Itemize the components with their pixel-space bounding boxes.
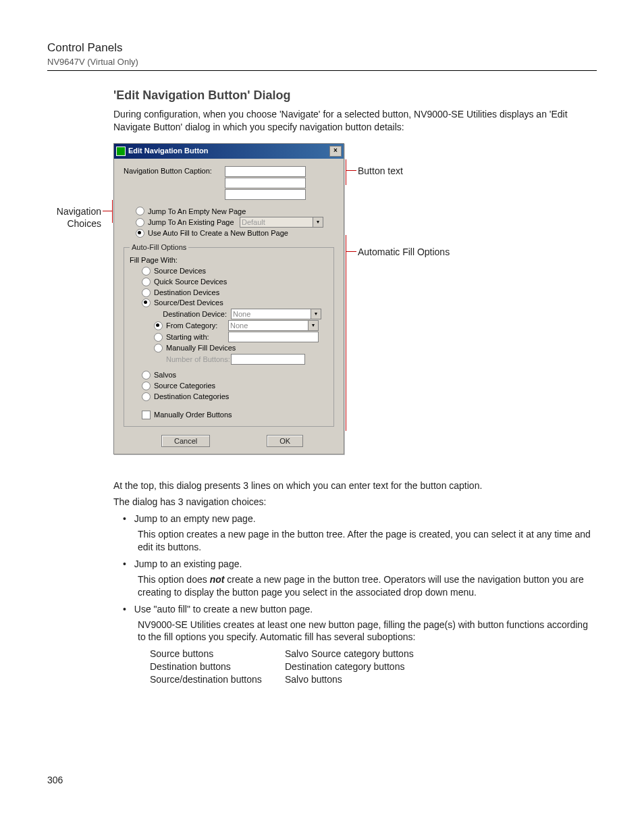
chevron-down-icon: ▾: [313, 217, 323, 227]
page-header: Control Panels NV9647V (Virtual Only): [47, 41, 597, 71]
radio-icon: [154, 333, 163, 342]
radio-icon: [136, 207, 144, 215]
radio-icon: [142, 382, 151, 390]
radio-starting-with[interactable]: Starting with:: [130, 332, 328, 342]
header-subtitle: NV9647V (Virtual Only): [47, 56, 597, 68]
radio-icon: [136, 229, 144, 238]
colA-2: Source/destination buttons: [150, 673, 285, 686]
callout-nav-choices: Navigation Choices: [47, 205, 101, 231]
check-manual-order[interactable]: Manually Order Buttons: [130, 410, 328, 420]
radio-icon: [142, 392, 151, 401]
radio-icon: [154, 321, 163, 330]
section-heading: 'Edit Navigation Button' Dialog: [113, 87, 597, 103]
radio-icon: [142, 288, 151, 297]
ok-button[interactable]: OK: [267, 435, 303, 448]
radio-salvos[interactable]: Salvos: [130, 370, 328, 380]
radio-manual-fill[interactable]: Manually Fill Devices: [130, 343, 328, 353]
caption-line2[interactable]: [225, 178, 306, 188]
radio-dest-devices[interactable]: Destination Devices: [130, 288, 328, 298]
colB-0: Salvo Source category buttons: [285, 648, 414, 660]
bullet-list: Jump to an empty new page. This option c…: [113, 513, 597, 686]
body-p2: The dialog has 3 navigation choices:: [113, 496, 597, 509]
colA-0: Source buttons: [150, 648, 285, 660]
radio-srcdest-devices[interactable]: Source/Dest Devices: [130, 298, 328, 308]
starting-with-input[interactable]: [228, 332, 319, 342]
caption-label: Navigation Button Caption:: [124, 166, 225, 176]
autofill-legend: Auto-Fill Options: [130, 242, 188, 253]
fill-with-label: Fill Page With:: [130, 255, 328, 265]
app-icon: [116, 147, 126, 156]
page-number: 306: [47, 774, 597, 787]
callout-line: [346, 251, 356, 252]
checkbox-icon: [142, 411, 151, 419]
close-button[interactable]: ×: [329, 146, 342, 157]
header-title: Control Panels: [47, 41, 597, 56]
radio-icon: [136, 218, 144, 227]
num-buttons-input[interactable]: [231, 354, 305, 365]
intro-paragraph: During configuration, when you choose 'N…: [113, 108, 597, 134]
bullet3: Use "auto fill" to create a new button p…: [134, 604, 313, 615]
caption-line1[interactable]: [225, 166, 306, 177]
num-buttons-label: Number of Buttons:: [166, 355, 231, 365]
radio-icon: [142, 371, 151, 380]
callout-line: [346, 159, 346, 185]
suboption-columns: Source buttons Destination buttons Sourc…: [150, 648, 597, 686]
bullet2-sub: This option does not create a new page i…: [138, 573, 597, 599]
from-category-combo[interactable]: None▾: [228, 320, 319, 331]
radio-quick-source[interactable]: Quick Source Devices: [130, 277, 328, 287]
existing-page-combo[interactable]: Default ▾: [240, 217, 323, 228]
dialog-titlebar[interactable]: Edit Navigation Button ×: [114, 144, 344, 159]
radio-jump-empty[interactable]: Jump To An Empty New Page: [124, 207, 334, 217]
radio-icon: [142, 298, 151, 307]
colB-1: Destination category buttons: [285, 660, 414, 673]
callout-line: [112, 200, 113, 223]
radio-dst-categories[interactable]: Destination Categories: [130, 392, 328, 402]
colA-1: Destination buttons: [150, 660, 285, 673]
bullet3-sub: NV9000-SE Utilities creates at least one…: [138, 619, 597, 644]
bullet1: Jump to an empty new page.: [134, 513, 256, 524]
dest-device-combo[interactable]: None▾: [231, 309, 321, 319]
autofill-group: Auto-Fill Options Fill Page With: Source…: [124, 242, 334, 426]
chevron-down-icon: ▾: [308, 321, 318, 330]
callout-line: [346, 170, 356, 171]
radio-from-category[interactable]: From Category: None▾: [130, 320, 328, 331]
radio-source-devices[interactable]: Source Devices: [130, 266, 328, 276]
callout-line: [103, 211, 112, 211]
callout-button-text: Button text: [358, 165, 403, 178]
radio-src-categories[interactable]: Source Categories: [130, 381, 328, 391]
edit-navigation-dialog: Edit Navigation Button × Navigation Butt…: [113, 143, 344, 455]
radio-icon: [142, 278, 151, 286]
cancel-button[interactable]: Cancel: [161, 435, 210, 448]
callout-autofill: Automatic Fill Options: [358, 246, 450, 259]
bullet2: Jump to an existing page.: [134, 558, 242, 569]
colB-2: Salvo buttons: [285, 673, 414, 686]
caption-line3[interactable]: [225, 189, 306, 200]
radio-jump-existing[interactable]: Jump To An Existing Page Default ▾: [124, 217, 334, 228]
radio-use-autofill[interactable]: Use Auto Fill to Create a New Button Pag…: [124, 228, 334, 238]
figure-area: Navigation Choices Button text Automatic…: [113, 143, 597, 467]
radio-icon: [142, 267, 151, 276]
body-p1: At the top, this dialog presents 3 lines…: [113, 479, 597, 492]
bullet1-sub: This option creates a new page in the bu…: [138, 528, 597, 554]
chevron-down-icon: ▾: [311, 309, 321, 319]
radio-icon: [154, 344, 163, 353]
callout-line: [346, 235, 346, 431]
callout-nav-choices-label: Navigation Choices: [57, 206, 101, 230]
dest-device-label: Destination Device:: [154, 309, 231, 319]
dialog-title: Edit Navigation Button: [128, 146, 209, 156]
